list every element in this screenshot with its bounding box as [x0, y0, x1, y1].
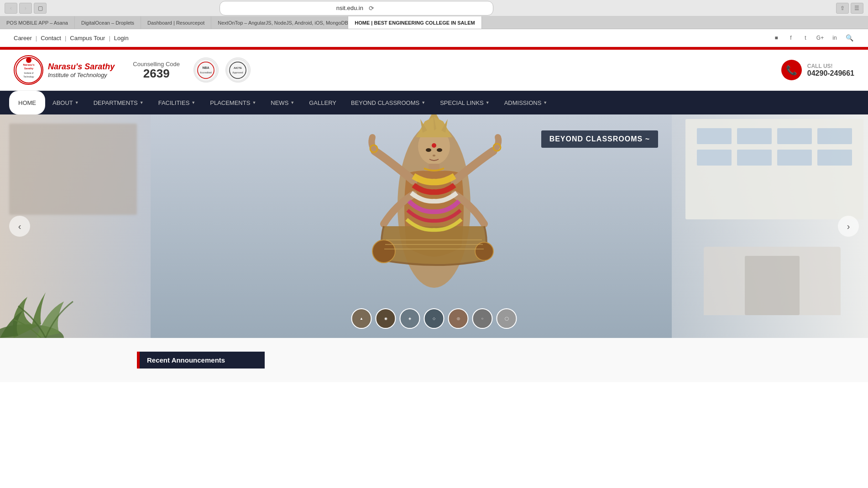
browser-tabs: POS MOBILE APP – Asana DigitalOcean – Dr… [0, 16, 868, 29]
linkedin-icon[interactable]: in [830, 33, 840, 43]
top-utility-bar: Career | Contact | Campus Tour | Login ■… [0, 29, 868, 47]
aicte-logo: AICTE Approved [225, 57, 251, 83]
call-section: 📞 CALL US! 04290-249661 [781, 60, 854, 80]
svg-point-18 [426, 148, 431, 152]
left-building [9, 124, 137, 215]
share-button[interactable]: ⇧ [836, 3, 849, 14]
phone-icon: 📞 [781, 60, 802, 80]
nav-beyond-classrooms[interactable]: BEYOND CLASSROOMS ▼ [344, 91, 433, 114]
nav-gallery[interactable]: GALLERY [302, 91, 344, 114]
svg-text:NBA: NBA [203, 66, 209, 69]
thumb-3[interactable]: ◈ [400, 308, 420, 329]
nba-logo: NBA Accredited [193, 57, 219, 83]
address-bar[interactable]: nsit.edu.in ⟳ [220, 1, 493, 16]
saraswati-statue [274, 114, 594, 338]
search-icon[interactable]: 🔍 [844, 33, 854, 43]
college-subname: Institute of Technology [48, 72, 115, 78]
url-text: nsit.edu.in [336, 5, 363, 11]
site-header: Narasu's Sarathy Institute of Technology… [0, 50, 868, 91]
svg-point-19 [437, 148, 442, 152]
browser-chrome: ‹ › ▢ nsit.edu.in ⟳ ⇧ ☰ [0, 0, 868, 16]
svg-text:Narasu's: Narasu's [23, 63, 35, 66]
nav-home[interactable]: HOME [9, 91, 45, 114]
building-windows-grid [685, 119, 863, 175]
thumb-1[interactable]: ▲ [351, 308, 372, 329]
rss-icon[interactable]: ■ [771, 33, 781, 43]
contact-link[interactable]: Contact [41, 35, 61, 42]
thumb-5[interactable]: ◎ [448, 308, 469, 329]
tab-3[interactable]: Dashboard | Resourcepot [141, 16, 211, 29]
nav-placements[interactable]: PLACEMENTS ▼ [203, 91, 263, 114]
tab-2[interactable]: DigitalOcean – Droplets [75, 16, 141, 29]
social-icons: ■ f t G+ in 🔍 [771, 33, 854, 43]
left-plants [0, 265, 91, 338]
svg-text:AICTE: AICTE [234, 67, 242, 69]
nav-news[interactable]: NEWS ▼ [263, 91, 302, 114]
announcements-header: Recent Announcements [137, 352, 265, 369]
thumb-6[interactable]: ○ [472, 308, 493, 329]
top-links: Career | Contact | Campus Tour | Login [14, 35, 129, 42]
career-link[interactable]: Career [14, 35, 32, 42]
announcements-title: Recent Announcements [140, 352, 232, 369]
nav-facilities[interactable]: FACILITIES ▼ [151, 91, 203, 114]
admissions-arrow: ▼ [543, 100, 547, 105]
svg-point-22 [372, 240, 395, 263]
nav-about[interactable]: ABOUT ▼ [45, 91, 86, 114]
slider-next-button[interactable]: › [838, 216, 859, 237]
about-arrow: ▼ [75, 100, 79, 105]
svg-text:Accredited: Accredited [200, 71, 212, 74]
svg-point-10 [227, 59, 249, 81]
announcements-section: Recent Announcements [0, 338, 868, 382]
svg-point-23 [475, 242, 493, 260]
forward-button[interactable]: › [19, 3, 32, 14]
nav-special-links[interactable]: SPECIAL LINKS ▼ [433, 91, 497, 114]
svg-point-5 [26, 57, 31, 63]
window-button[interactable]: ▢ [34, 3, 47, 14]
logo-section: Narasu's Sarathy Institute of Technology… [14, 55, 115, 85]
tab-4[interactable]: NextOnTop – AngularJS, NodeJS, Android, … [211, 16, 348, 29]
placements-arrow: ▼ [252, 100, 256, 105]
accreditation-logos: NBA Accredited AICTE Approved [193, 57, 251, 83]
svg-point-17 [432, 143, 436, 148]
nav-departments[interactable]: DEPARTMENTS ▼ [86, 91, 151, 114]
campus-tour-link[interactable]: Campus Tour [70, 35, 105, 42]
back-button[interactable]: ‹ [5, 3, 17, 14]
counselling-section: Counselling Code 2639 [133, 61, 180, 79]
twitter-icon[interactable]: t [800, 33, 810, 43]
nav-admissions[interactable]: ADMISSIONS ▼ [497, 91, 555, 114]
svg-point-6 [195, 59, 217, 81]
corridor [704, 247, 841, 315]
special-links-arrow: ▼ [486, 100, 490, 105]
archway-opening [745, 256, 800, 315]
counselling-code: 2639 [133, 67, 180, 79]
logo-text: Narasu's Sarathy Institute of Technology [48, 62, 115, 78]
departments-arrow: ▼ [140, 100, 144, 105]
college-name: Narasu's Sarathy [48, 62, 115, 72]
beyond-classrooms-badge: BEYOND CLASSROOMS ~ [541, 130, 658, 148]
thumb-7[interactable]: ◯ [497, 308, 517, 329]
slider-prev-button[interactable]: ‹ [9, 216, 30, 237]
hero-slider: BEYOND CLASSROOMS ~ ‹ › ▲ ◉ ◈ ◇ ◎ ○ ◯ [0, 114, 868, 338]
news-arrow: ▼ [290, 100, 294, 105]
svg-text:Approved: Approved [233, 71, 243, 74]
facilities-arrow: ▼ [191, 100, 195, 105]
call-text: CALL US! 04290-249661 [807, 63, 854, 78]
svg-text:Institute of: Institute of [24, 72, 34, 74]
tab-5-active[interactable]: HOME | BEST ENGINEERING COLLEGE IN SALEM [348, 16, 481, 29]
thumb-4[interactable]: ◇ [424, 308, 444, 329]
svg-text:Technology: Technology [23, 76, 34, 78]
call-us-label: CALL US! [807, 63, 854, 69]
tab-1[interactable]: POS MOBILE APP – Asana [0, 16, 75, 29]
thumb-2[interactable]: ◉ [376, 308, 396, 329]
reload-button[interactable]: ⟳ [366, 3, 377, 14]
main-navigation: HOME ABOUT ▼ DEPARTMENTS ▼ FACILITIES ▼ … [0, 91, 868, 114]
bookmarks-button[interactable]: ☰ [851, 3, 863, 14]
right-building [685, 119, 863, 219]
logo-circle: Narasu's Sarathy Institute of Technology [14, 55, 43, 85]
call-number: 04290-249661 [807, 69, 854, 78]
facebook-icon[interactable]: f [786, 33, 796, 43]
svg-point-20 [433, 155, 435, 156]
login-link[interactable]: Login [114, 35, 129, 42]
google-plus-icon[interactable]: G+ [815, 33, 825, 43]
svg-text:Sarathy: Sarathy [24, 67, 33, 70]
